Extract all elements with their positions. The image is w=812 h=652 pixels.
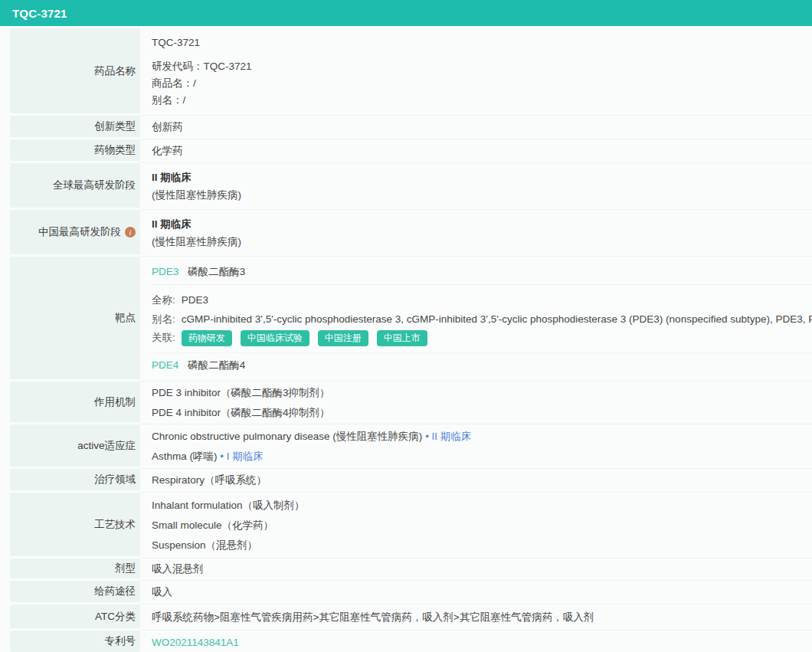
row-global-stage: 全球最高研发阶段 II 期临床 (慢性阻塞性肺疾病): [10, 163, 812, 210]
route-label: 给药途径: [10, 581, 140, 602]
target-link-pde3[interactable]: PDE3: [152, 260, 178, 284]
target-name-pde4: 磷酸二酯酶4: [188, 353, 245, 378]
atc-label: ATC分类: [10, 604, 140, 628]
row-route: 给药途径 吸入: [10, 581, 812, 604]
alias-value: cGMP-inhibited 3',5'-cyclic phosphodiest…: [182, 310, 812, 329]
atc-value: 呼吸系统药物>阻塞性气管疾病用药>其它阻塞性气管病药，吸入剂>其它阻塞性气管病药…: [140, 604, 812, 631]
global-stage-phase: II 期临床: [152, 169, 803, 187]
row-target: 靶点 PDE3 磷酸二酯酶3 全称: PDE3 别名: cGMP-inhibit…: [10, 257, 812, 382]
drug-primary-name: TQC-3721: [152, 34, 803, 51]
technology-value: Inhalant formulation（吸入制剂） Small molecul…: [140, 493, 812, 559]
patent-label: 专利号: [10, 631, 140, 652]
alias-key: 别名:: [152, 310, 175, 329]
innovation-type-value: 创新药: [140, 116, 812, 139]
row-technology: 工艺技术 Inhalant formulation（吸入制剂） Small mo…: [10, 493, 812, 559]
technology-label: 工艺技术: [10, 493, 140, 556]
patent-link[interactable]: WO2021143841A1: [152, 637, 239, 648]
active-indications-value: Chronic obstructive pulmonary disease (慢…: [140, 424, 812, 469]
relation-badges: 药物研发 中国临床试验 中国注册 中国上市: [182, 329, 427, 346]
mechanism-item: PDE 3 inhibitor（磷酸二酯酶3抑制剂）: [152, 383, 803, 403]
patent-value: WO2021143841A1: [140, 631, 812, 652]
rd-code: 研发代码：TQC-3721: [152, 58, 803, 75]
indication-stage-link[interactable]: • II 期临床: [425, 431, 471, 442]
target-fullname-line: 全称: PDE3: [152, 290, 812, 310]
route-text: 吸入: [152, 585, 803, 599]
china-stage-label: 中国最高研发阶段 i: [10, 210, 140, 254]
china-stage-indication: (慢性阻塞性肺疾病): [152, 234, 803, 251]
row-drug-type: 药物类型 化学药: [10, 139, 812, 163]
technology-item: Suspension（混悬剂）: [152, 536, 803, 555]
badge-drug-rd[interactable]: 药物研发: [182, 330, 232, 346]
indication-text: Asthma (哮喘): [152, 451, 218, 462]
mechanism-label: 作用机制: [10, 382, 140, 422]
row-drug-name: 药品名称 TQC-3721 研发代码：TQC-3721 商品名：/ 别名：/: [10, 28, 812, 116]
indication-line: Asthma (哮喘) • I 期临床: [152, 447, 803, 467]
mechanism-item: PDE 4 inhibitor（磷酸二酯酶4抑制剂）: [152, 403, 803, 423]
mechanism-value: PDE 3 inhibitor（磷酸二酯酶3抑制剂） PDE 4 inhibit…: [140, 382, 812, 424]
badge-china-registration[interactable]: 中国注册: [318, 330, 368, 346]
info-icon[interactable]: i: [125, 227, 136, 238]
global-stage-indication: (慢性阻塞性肺疾病): [152, 187, 803, 204]
fullname-value: PDE3: [182, 290, 208, 310]
target-alias-line: 别名: cGMP-inhibited 3',5'-cyclic phosphod…: [152, 310, 812, 329]
badge-china-marketed[interactable]: 中国上市: [377, 330, 427, 346]
atc-text: 呼吸系统药物>阻塞性气管疾病用药>其它阻塞性气管病药，吸入剂>其它阻塞性气管病药…: [152, 610, 803, 625]
active-indications-label: active适应症: [10, 424, 140, 467]
drug-type-value: 化学药: [140, 139, 812, 163]
trade-name: 商品名：/: [152, 75, 803, 92]
target-detail-panel: 全称: PDE3 别名: cGMP-inhibited 3',5'-cyclic…: [152, 284, 812, 353]
drug-type-label: 药物类型: [10, 139, 140, 161]
relation-key: 关联:: [152, 329, 175, 346]
target-pde4: PDE4 磷酸二酯酶4: [152, 353, 812, 378]
target-name-pde3: 磷酸二酯酶3: [188, 260, 245, 284]
therapy-area-text: Respiratory（呼吸系统）: [152, 473, 803, 487]
row-dosage-form: 剂型 吸入混悬剂: [10, 559, 812, 581]
drug-type-text: 化学药: [152, 144, 803, 158]
target-link-pde4[interactable]: PDE4: [152, 353, 178, 378]
technology-item: Small molecule（化学药）: [152, 516, 803, 536]
innovation-type-label: 创新类型: [10, 116, 140, 137]
global-stage-label: 全球最高研发阶段: [10, 163, 140, 208]
alias: 别名：/: [152, 92, 803, 109]
drug-name-value: TQC-3721 研发代码：TQC-3721 商品名：/ 别名：/: [140, 28, 812, 116]
row-patent: 专利号 WO2021143841A1: [10, 631, 812, 652]
row-innovation-type: 创新类型 创新药: [10, 116, 812, 139]
row-atc: ATC分类 呼吸系统药物>阻塞性气管疾病用药>其它阻塞性气管病药，吸入剂>其它阻…: [10, 604, 812, 631]
row-china-stage: 中国最高研发阶段 i II 期临床 (慢性阻塞性肺疾病): [10, 210, 812, 257]
page-header: TQC-3721: [0, 0, 812, 26]
row-therapy-area: 治疗领域 Respiratory（呼吸系统）: [10, 469, 812, 493]
indication-stage-link[interactable]: • I 期临床: [220, 451, 263, 462]
china-stage-value: II 期临床 (慢性阻塞性肺疾病): [140, 210, 812, 257]
target-pde3: PDE3 磷酸二酯酶3: [152, 260, 812, 284]
innovation-type-text: 创新药: [152, 120, 803, 134]
china-stage-phase: II 期临床: [152, 215, 803, 234]
global-stage-value: II 期临床 (慢性阻塞性肺疾病): [140, 163, 812, 210]
route-value: 吸入: [140, 581, 812, 604]
china-stage-label-text: 中国最高研发阶段: [38, 225, 121, 239]
dosage-form-value: 吸入混悬剂: [140, 559, 812, 581]
target-label: 靶点: [10, 257, 140, 379]
page-title: TQC-3721: [12, 7, 67, 20]
row-mechanism: 作用机制 PDE 3 inhibitor（磷酸二酯酶3抑制剂） PDE 4 in…: [10, 382, 812, 424]
target-relation-line: 关联: 药物研发 中国临床试验 中国注册 中国上市: [152, 329, 812, 346]
fullname-key: 全称:: [152, 290, 175, 310]
indication-line: Chronic obstructive pulmonary disease (慢…: [152, 427, 803, 447]
dosage-form-label: 剂型: [10, 559, 140, 578]
therapy-area-value: Respiratory（呼吸系统）: [140, 469, 812, 493]
dosage-form-text: 吸入混悬剂: [152, 562, 803, 576]
badge-china-clinical-trial[interactable]: 中国临床试验: [241, 330, 309, 346]
row-active-indications: active适应症 Chronic obstructive pulmonary …: [10, 424, 812, 469]
drug-detail-table: 药品名称 TQC-3721 研发代码：TQC-3721 商品名：/ 别名：/ 创…: [10, 26, 812, 652]
drug-name-label: 药品名称: [10, 28, 140, 113]
target-value: PDE3 磷酸二酯酶3 全称: PDE3 别名: cGMP-inhibited …: [140, 257, 812, 382]
therapy-area-label: 治疗领域: [10, 469, 140, 490]
technology-item: Inhalant formulation（吸入制剂）: [152, 496, 803, 516]
indication-text: Chronic obstructive pulmonary disease (慢…: [152, 431, 422, 442]
